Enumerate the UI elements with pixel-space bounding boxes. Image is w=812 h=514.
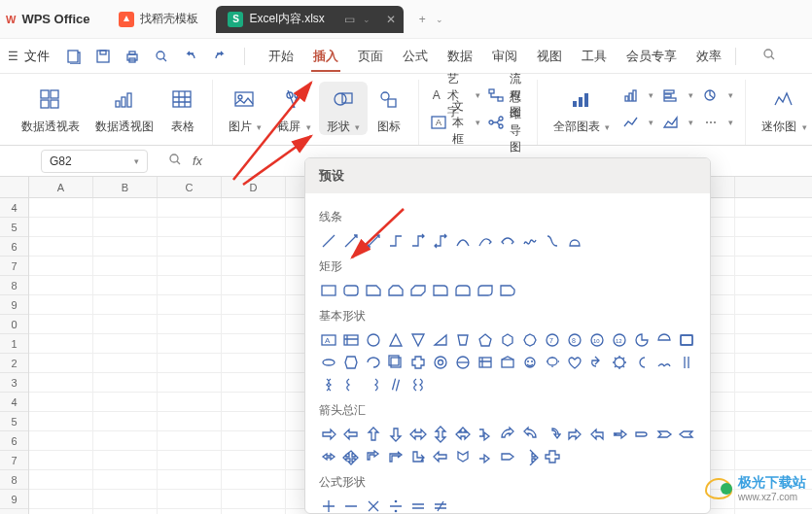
shape-arrow-19[interactable]: [364, 447, 383, 466]
picture-button[interactable]: 图片 ▾: [221, 82, 269, 135]
cell[interactable]: [222, 431, 286, 450]
shape-basic-14[interactable]: [632, 330, 652, 350]
shape-basic-11[interactable]: 8: [565, 330, 584, 350]
shape-elbow-arrow[interactable]: [408, 231, 428, 251]
print-icon[interactable]: [120, 44, 145, 69]
mindmap-button[interactable]: 思维导图: [488, 111, 525, 134]
chevron-down-icon[interactable]: ⌄: [436, 15, 443, 24]
cell[interactable]: [158, 315, 222, 333]
cell[interactable]: [29, 198, 93, 217]
file-menu[interactable]: 文件: [24, 48, 50, 65]
row-header[interactable]: 5: [0, 412, 28, 431]
shape-arrow-4[interactable]: [408, 425, 428, 444]
shape-basic-24[interactable]: [476, 353, 495, 372]
cell[interactable]: [158, 237, 222, 256]
shape-arrow-21[interactable]: [408, 447, 428, 466]
shape-basic-28[interactable]: [565, 353, 584, 372]
cell[interactable]: [158, 431, 222, 450]
tab-start[interactable]: 开始: [266, 42, 296, 71]
close-tab-icon[interactable]: ✕: [386, 13, 396, 26]
zoom-to-cell-icon[interactable]: [167, 152, 183, 170]
tab-view[interactable]: 视图: [535, 42, 564, 71]
shape-arrow-24[interactable]: [476, 447, 495, 466]
row-header[interactable]: 5: [0, 218, 28, 237]
cell[interactable]: [93, 218, 158, 236]
shape-arrow-25[interactable]: [498, 447, 517, 466]
shape-minus[interactable]: [341, 497, 361, 514]
cell[interactable]: [93, 393, 158, 411]
shape-basic-17[interactable]: [319, 353, 338, 372]
cell[interactable]: [222, 334, 286, 353]
row-header[interactable]: 0: [0, 315, 28, 334]
cell[interactable]: [222, 257, 286, 275]
cell[interactable]: [29, 431, 93, 450]
cell[interactable]: [29, 490, 93, 508]
tab-document[interactable]: S Excel内容.xlsx ▭ ⌄ ✕: [216, 6, 403, 33]
cell[interactable]: [222, 373, 286, 392]
shape-curve-arrow[interactable]: [476, 231, 495, 251]
cell[interactable]: [222, 315, 286, 333]
cell[interactable]: [158, 470, 222, 489]
shape-basic-25[interactable]: [498, 353, 517, 372]
shape-arrow-23[interactable]: [453, 447, 473, 466]
chart-type-5[interactable]: ▾: [701, 84, 733, 107]
textbox-button[interactable]: A文本框▾: [431, 111, 480, 134]
shape-basic-23[interactable]: [453, 353, 473, 372]
row-header[interactable]: 3: [0, 373, 28, 393]
shapes-dropdown-panel[interactable]: 预设 线条 矩形 基本形状: [304, 157, 711, 514]
shape-basic-36[interactable]: [364, 375, 383, 394]
cell[interactable]: [93, 451, 158, 469]
cell[interactable]: [222, 198, 286, 217]
shape-round2same[interactable]: [453, 281, 473, 300]
cell[interactable]: [222, 470, 286, 489]
shape-arrow-17[interactable]: [319, 447, 338, 466]
fx-button[interactable]: fx: [193, 154, 202, 168]
cell[interactable]: [29, 354, 93, 372]
cell[interactable]: [158, 257, 222, 275]
shape-basic-26[interactable]: [520, 353, 540, 372]
shape-basic-2[interactable]: [364, 330, 383, 350]
shape-arrow-22[interactable]: [431, 447, 450, 466]
shape-basic-37[interactable]: [386, 375, 406, 394]
monitor-icon[interactable]: ▭: [344, 13, 355, 26]
print-preview-icon[interactable]: [149, 44, 174, 69]
tab-formula[interactable]: 公式: [401, 42, 430, 71]
cell[interactable]: [158, 198, 222, 217]
shape-arrow-20[interactable]: [386, 447, 406, 466]
shape-basic-32[interactable]: [654, 353, 674, 372]
shape-basic-31[interactable]: [632, 353, 652, 372]
cell[interactable]: [222, 218, 286, 236]
shape-arrow-7[interactable]: [476, 425, 495, 444]
cell[interactable]: [29, 412, 93, 430]
shape-arrow-2[interactable]: [364, 425, 383, 444]
cell[interactable]: [222, 490, 286, 508]
cell[interactable]: [93, 334, 158, 353]
hamburger-icon[interactable]: ☰: [8, 50, 18, 63]
shape-rect[interactable]: [319, 281, 338, 300]
shape-arrow-15[interactable]: [654, 425, 674, 444]
chevron-down-icon[interactable]: ▾: [134, 156, 139, 166]
shape-basic-0[interactable]: A: [319, 330, 338, 350]
cell[interactable]: [158, 393, 222, 411]
tab-tools[interactable]: 工具: [580, 42, 609, 71]
shape-basic-12[interactable]: 10: [587, 330, 607, 350]
shape-arrow-6[interactable]: [453, 425, 473, 444]
undo-icon[interactable]: [178, 44, 203, 69]
redo-icon[interactable]: [207, 44, 232, 69]
shape-roundrect[interactable]: [341, 281, 361, 300]
cell[interactable]: [29, 393, 93, 411]
row-header[interactable]: 2: [0, 354, 28, 373]
row-header[interactable]: 8: [0, 470, 28, 490]
row-header[interactable]: 6: [0, 237, 28, 257]
shape-basic-6[interactable]: [453, 330, 473, 350]
shape-basic-5[interactable]: [431, 330, 450, 350]
cell[interactable]: [93, 412, 158, 430]
row-header[interactable]: 7: [0, 257, 28, 276]
pivot-table-button[interactable]: 数据透视表: [14, 82, 88, 135]
cell[interactable]: [93, 198, 158, 217]
shape-round2diag[interactable]: [476, 281, 495, 300]
table-button[interactable]: 表格: [161, 82, 204, 135]
cell[interactable]: [93, 373, 158, 392]
shapes-button[interactable]: 形状 ▾: [319, 82, 368, 135]
cell[interactable]: [93, 509, 158, 514]
